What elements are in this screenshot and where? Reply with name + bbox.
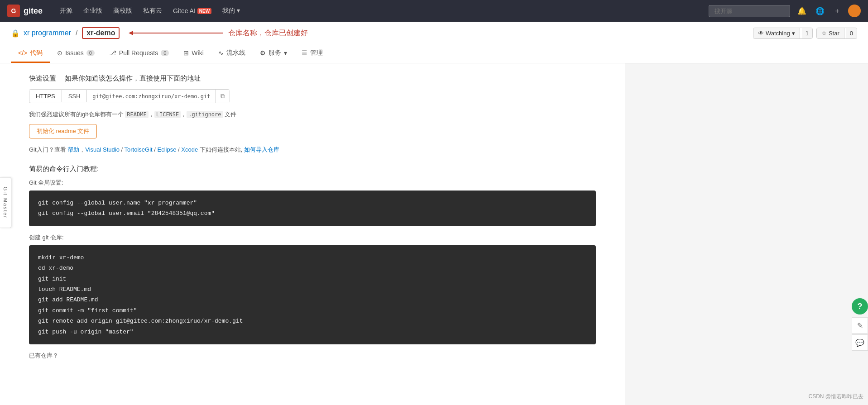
has-repo-text: 已有仓库？ — [29, 352, 596, 360]
star-icon: ☆ — [821, 30, 827, 37]
ssh-tab[interactable]: SSH — [62, 90, 87, 102]
main-content: 快速设置— 如果你知道该怎么操作，直接使用下面的地址 HTTPS SSH git… — [18, 63, 607, 405]
tab-admin[interactable]: ☰ 管理 — [294, 44, 330, 63]
nav-links: 开源 企业版 高校版 私有云 Gitee AI NEW 我的 ▾ — [55, 4, 245, 18]
admin-icon: ☰ — [302, 49, 307, 57]
watch-button[interactable]: 👁 Watching ▾ 1 — [753, 28, 813, 39]
tab-services[interactable]: ⚙ 服务 ▾ — [253, 44, 294, 63]
gitignore-code: .gitignore — [187, 111, 223, 118]
tab-services-label: 服务 — [269, 49, 281, 57]
star-count[interactable]: 0 — [846, 28, 857, 38]
gitee-ai-label: Gitee AI — [173, 7, 196, 14]
repo-owner-link[interactable]: xr programmer — [24, 29, 71, 37]
star-label: Star — [829, 30, 839, 37]
git-master-button[interactable]: Git Master — [0, 177, 11, 228]
annotation-arrow-line — [132, 33, 223, 33]
help-link[interactable]: 帮助 — [67, 146, 79, 153]
help-button[interactable]: ? — [852, 298, 868, 314]
recommend-text: 我们强烈建议所有的git仓库都有一个 README，LICENSE，.gitig… — [29, 110, 596, 119]
repo-title-row: 🔒 xr programmer / xr-demo 仓库名称，仓库已创建好 👁 … — [11, 27, 857, 39]
globe-icon[interactable]: 🌐 — [814, 5, 826, 17]
tab-wiki-label: Wiki — [192, 49, 203, 57]
tab-issues[interactable]: ⊙ Issues 0 — [50, 45, 102, 62]
xcode-link[interactable]: Xcode — [181, 146, 198, 153]
init-readme-button[interactable]: 初始化 readme 文件 — [29, 124, 97, 138]
star-button[interactable]: ☆ Star 0 — [816, 28, 857, 39]
code-icon: </> — [18, 49, 27, 57]
csdn-watermark: CSDN @惜若昨昨已去 — [808, 393, 863, 400]
tab-pr-label: Pull Requests — [119, 49, 158, 57]
watch-main-button[interactable]: 👁 Watching ▾ — [753, 28, 800, 38]
visual-studio-link[interactable]: Visual Studio — [85, 146, 120, 153]
logo[interactable]: G gitee — [7, 5, 43, 17]
protocol-buttons: HTTPS SSH — [29, 90, 87, 102]
mine-dropdown-icon: ▾ — [237, 7, 240, 14]
license-code: LICENSE — [154, 111, 181, 118]
repo-tabs: </> 代码 ⊙ Issues 0 ⎇ Pull Requests 0 ⊞ Wi… — [11, 44, 857, 63]
create-repo-label: 创建 git 仓库: — [29, 233, 596, 242]
logo-icon: G — [7, 5, 20, 17]
create-repo-code: mkdir xr-demo cd xr-demo git init touch … — [38, 253, 587, 337]
tortoisegit-link[interactable]: TortoiseGit — [125, 146, 153, 153]
repo-header: 🔒 xr programmer / xr-demo 仓库名称，仓库已创建好 👁 … — [0, 22, 868, 63]
add-icon[interactable]: ＋ — [832, 5, 843, 18]
avatar[interactable] — [848, 5, 861, 17]
new-badge: NEW — [197, 8, 211, 14]
nav-private-cloud[interactable]: 私有云 — [139, 4, 167, 18]
annotation-text: 仓库名称，仓库已创建好 — [228, 29, 308, 38]
services-icon: ⚙ — [260, 49, 266, 57]
https-tab[interactable]: HTTPS — [29, 90, 62, 102]
repo-separator: / — [76, 29, 77, 37]
search-input[interactable] — [709, 5, 790, 17]
pr-icon: ⎇ — [109, 49, 116, 57]
pr-badge: 0 — [161, 50, 169, 56]
nav-mine[interactable]: 我的 ▾ — [218, 4, 245, 18]
tab-pull-requests[interactable]: ⎇ Pull Requests 0 — [102, 45, 177, 62]
chat-icon[interactable]: 💬 — [852, 334, 868, 351]
global-config-code-block: git config --global user.name "xr progra… — [29, 191, 596, 226]
nav-gitee-ai[interactable]: Gitee AI NEW — [168, 5, 216, 17]
repo-actions: 👁 Watching ▾ 1 ☆ Star 0 — [753, 28, 857, 39]
nav-right: 🔔 🌐 ＋ — [709, 5, 861, 18]
tab-issues-label: Issues — [65, 49, 83, 57]
global-config-label: Git 全局设置: — [29, 179, 596, 187]
repo-title-left: 🔒 xr programmer / xr-demo 仓库名称，仓库已创建好 — [11, 27, 308, 39]
tab-code-label: 代码 — [30, 49, 43, 57]
create-repo-code-block: mkdir xr-demo cd xr-demo git init touch … — [29, 245, 596, 344]
issues-icon: ⊙ — [57, 49, 62, 57]
quick-setup-title: 快速设置— 如果你知道该怎么操作，直接使用下面的地址 — [29, 74, 596, 83]
wiki-icon: ⊞ — [183, 49, 189, 57]
issues-badge: 0 — [86, 50, 95, 56]
notification-icon[interactable]: 🔔 — [796, 5, 808, 17]
protocol-url-group: HTTPS SSH git@gitee.com:zhongxiruo/xr-de… — [29, 89, 230, 103]
readme-code: README — [125, 111, 148, 118]
git-url-display: git@gitee.com:zhongxiruo/xr-demo.git — [87, 91, 216, 102]
tab-wiki[interactable]: ⊞ Wiki — [176, 45, 211, 62]
git-master-sidebar: Git Master — [0, 177, 11, 228]
lock-icon: 🔒 — [11, 29, 20, 38]
tab-admin-label: 管理 — [310, 49, 323, 57]
services-dropdown-icon: ▾ — [284, 49, 287, 57]
watch-count[interactable]: 1 — [802, 28, 812, 38]
top-navigation: G gitee 开源 企业版 高校版 私有云 Gitee AI NEW 我的 ▾… — [0, 0, 868, 22]
star-main-button[interactable]: ☆ Star — [817, 28, 844, 38]
nav-enterprise[interactable]: 企业版 — [79, 4, 107, 18]
eye-icon: 👁 — [758, 30, 764, 37]
nav-open-source[interactable]: 开源 — [55, 4, 77, 18]
edit-icon[interactable]: ✎ — [852, 317, 868, 334]
tab-pipeline[interactable]: ∿ 流水线 — [211, 44, 253, 63]
pipeline-icon: ∿ — [218, 49, 224, 57]
eclipse-link[interactable]: Eclipse — [157, 146, 176, 153]
logo-text: gitee — [24, 6, 43, 16]
nav-university[interactable]: 高校版 — [109, 4, 137, 18]
repo-annotation: 仓库名称，仓库已创建好 — [132, 29, 308, 38]
watch-dropdown-icon: ▾ — [792, 30, 795, 37]
right-sidebar: ? ✎ 💬 — [852, 298, 868, 351]
copy-url-button[interactable]: ⧉ — [216, 90, 230, 103]
tab-code[interactable]: </> 代码 — [11, 44, 50, 63]
watch-label: Watching — [766, 30, 790, 37]
git-links: Git入门？查看 帮助，Visual Studio / TortoiseGit … — [29, 146, 596, 154]
tutorial-title: 简易的命令行入门教程: — [29, 165, 596, 173]
import-repo-link[interactable]: 如何导入仓库 — [244, 146, 279, 153]
tab-pipeline-label: 流水线 — [226, 49, 245, 57]
